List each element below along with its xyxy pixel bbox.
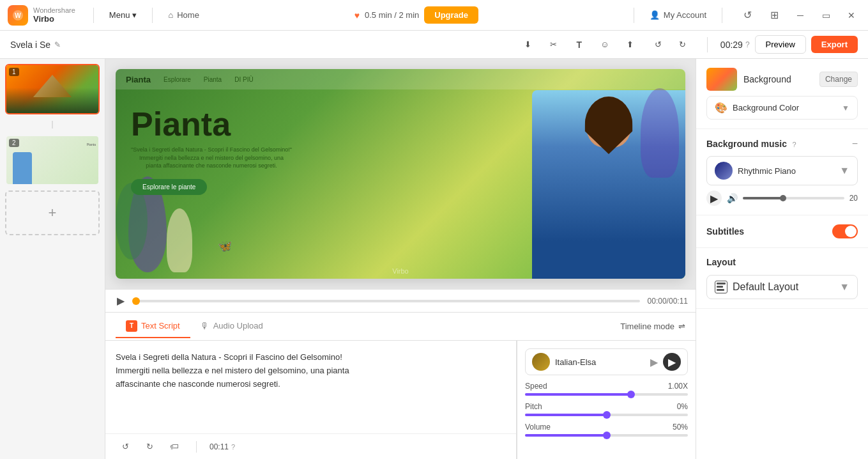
tab-text-script[interactable]: T Text Script [116,315,190,338]
undo-history-button[interactable]: ↺ [738,6,757,25]
music-volume-dot [780,195,786,201]
speed-slider-row: Speed 1.00X [525,382,688,396]
toolbar-tools: ⬇ ✂ T ☺ ⬆ [517,35,642,55]
slide-connector [52,121,53,128]
undo-button[interactable]: ↺ [647,35,670,55]
right-panel: Background Change 🎨 Background Color ▼ B… [696,59,868,459]
pianta-nav-logo: Pianta [126,75,151,84]
change-background-button[interactable]: Change [819,72,858,87]
layout-selector[interactable]: Default Layout ▼ [706,275,858,299]
undo-text-button[interactable]: ↺ [116,438,135,456]
redo-button[interactable]: ↻ [671,35,694,55]
subtitles-row: Subtitles [706,224,858,238]
svg-text:W: W [15,12,21,19]
divider-4 [722,8,722,23]
slide-number-2: 2 [9,139,19,147]
timeline-mode-button[interactable]: Timeline mode ⇌ [620,322,685,331]
timeline-mode-icon: ⇌ [678,322,685,331]
music-section-label: Background music [706,139,787,149]
tag-button[interactable]: 🏷 [164,438,183,456]
music-track-name: Rhythmic Piano [738,166,796,176]
music-name-area: Rhythmic Piano [715,162,796,180]
pianta-nav-item-3: DI PIÙ [234,76,253,83]
volume-value: 50% [673,423,688,432]
tab-audio-upload[interactable]: 🎙 Audio Upload [190,316,273,338]
volume-fill [525,434,607,437]
progress-bar[interactable] [136,300,640,302]
play-button[interactable]: ▶ [113,293,128,309]
music-volume-slider[interactable] [743,197,844,199]
divider-6 [196,441,197,453]
microphone-icon: 🎙 [201,321,209,331]
voice-expand-icon: ▶ [650,356,658,368]
heart-icon: ♥ [354,10,360,20]
logo-area: W Wondershare Virbo [8,5,75,26]
pianta-cta-button[interactable]: Esplorare le piante [131,179,207,195]
upgrade-button[interactable]: Upgrade [424,6,478,24]
edit-project-name-icon[interactable]: ✎ [54,40,61,49]
layout-name-area: Default Layout [715,281,798,293]
close-button[interactable]: ✕ [842,6,860,24]
account-button[interactable]: 👤 My Account [650,10,706,20]
tool-download-button[interactable]: ⬇ [517,35,540,55]
editor-text-line-1: Svela i Segreti della Natura - Scopri il… [116,351,506,364]
preview-button[interactable]: Preview [755,35,806,54]
menu-button[interactable]: Menu ▾ [102,6,145,24]
layout-icon [715,281,727,293]
help-icon-editor: ? [231,443,235,451]
music-play-button[interactable]: ▶ [706,191,722,206]
background-color-row[interactable]: 🎨 Background Color ▼ [706,96,858,120]
pianta-main-content: Pianta "Svela i Segreti della Natura - S… [131,107,292,195]
logo-text: Wondershare Virbo [33,6,75,24]
add-slide-button[interactable]: + [5,191,100,235]
pitch-slider[interactable] [525,414,688,416]
tool-emoji-button[interactable]: ☺ [593,35,616,55]
subtitles-toggle[interactable] [832,224,858,238]
music-volume-number: 20 [849,194,858,203]
volume-slider[interactable] [525,434,688,437]
pitch-value: 0% [677,402,688,411]
tool-text-button[interactable]: T [568,35,591,55]
pitch-fill [525,414,607,416]
speed-slider[interactable] [525,393,688,396]
tool-crop-button[interactable]: ✂ [542,35,565,55]
voice-play-button[interactable]: ▶ [663,353,681,371]
music-header: Background music ? − [706,138,858,150]
app-logo-icon: W [8,5,28,26]
slide-item-1[interactable]: 1 [5,64,100,114]
palette-icon: 🎨 [715,102,727,114]
home-icon: ⌂ [168,10,173,20]
collapse-music-button[interactable]: − [852,138,858,150]
speed-fill [525,393,631,396]
music-chevron-icon: ▼ [839,165,849,176]
editor-text-line-2: Immergiti nella bellezza e nel mistero d… [116,364,506,378]
toggle-dot [845,226,857,237]
voice-name: Italian-Elsa [555,357,645,367]
progress-dot [132,297,140,305]
minimize-button[interactable]: ─ [791,6,809,24]
background-color-left: 🎨 Background Color [715,102,799,114]
background-header: Background Change [706,68,858,91]
music-selector[interactable]: Rhythmic Piano ▼ [706,156,858,185]
text-editor[interactable]: Svela i Segreti della Natura - Scopri il… [105,341,516,433]
editor-time-label: 00:11 ? [209,442,235,451]
toolbar-right: ↺ ↻ 00:29 ? Preview Export [647,35,858,55]
voice-selector[interactable]: Italian-Elsa ▶ ▶ [525,348,688,375]
layout-section: Layout Default Layout ▼ [696,248,868,309]
music-help-icon: ? [792,141,796,148]
tool-upload-button[interactable]: ⬆ [619,35,642,55]
grid-view-button[interactable]: ⊞ [765,6,784,25]
slide-item-2[interactable]: 2 Pianta [5,135,100,185]
editor-bottom-toolbar: ↺ ↻ 🏷 00:11 ? [105,433,516,459]
maximize-button[interactable]: ▭ [817,6,835,24]
editor-area: T Text Script 🎙 Audio Upload Timeline mo… [105,312,696,459]
home-button[interactable]: ⌂ Home [160,6,207,24]
voice-panel: Italian-Elsa ▶ ▶ Speed 1.00X [517,341,696,459]
export-button[interactable]: Export [811,36,858,53]
subtitles-label: Subtitles [706,226,744,237]
background-section: Background Change 🎨 Background Color ▼ [696,59,868,129]
redo-text-button[interactable]: ↻ [140,438,159,456]
volume-label: Volume [525,423,551,432]
divider-1 [93,8,94,23]
editor-tabs: T Text Script 🎙 Audio Upload Timeline mo… [105,313,696,341]
